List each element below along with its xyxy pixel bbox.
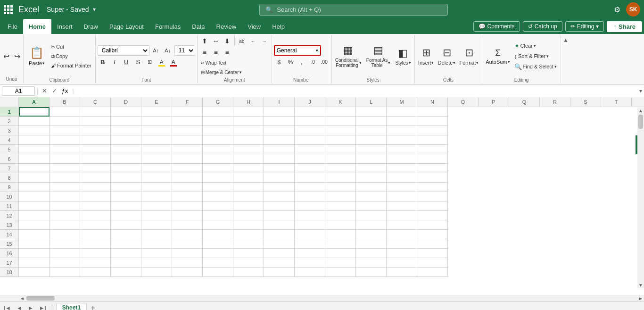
cell-G12[interactable]: [203, 211, 233, 220]
col-header-M[interactable]: M: [387, 97, 417, 107]
sheet-tab-sheet1[interactable]: Sheet1: [56, 303, 87, 310]
cell-J3[interactable]: [295, 126, 325, 135]
cell-K14[interactable]: [325, 230, 356, 239]
comma-button[interactable]: ,: [297, 57, 307, 67]
format-cells-button[interactable]: ⊡ Format ▾: [458, 43, 480, 69]
tab-view[interactable]: View: [242, 19, 266, 34]
cell-E4[interactable]: [141, 135, 172, 145]
row-number-1[interactable]: 1: [0, 107, 19, 117]
cell-G5[interactable]: [203, 145, 233, 154]
cell-L5[interactable]: [356, 145, 387, 154]
cell-B5[interactable]: [50, 145, 80, 154]
add-sheet-button[interactable]: +: [89, 304, 97, 310]
format-painter-button[interactable]: 🖌 Format Painter: [49, 61, 93, 70]
number-format-dropdown[interactable]: General ▾: [274, 45, 321, 56]
row-number-2[interactable]: 2: [0, 117, 19, 126]
cell-B7[interactable]: [50, 164, 80, 173]
cell-M14[interactable]: [387, 230, 417, 239]
formula-expand-icon[interactable]: ▾: [639, 88, 642, 94]
cell-F8[interactable]: [172, 173, 203, 183]
cell-H8[interactable]: [233, 173, 264, 183]
cell-E10[interactable]: [141, 192, 172, 201]
cell-H9[interactable]: [233, 183, 264, 192]
col-header-C[interactable]: C: [80, 97, 111, 107]
row-number-13[interactable]: 13: [0, 220, 19, 230]
cell-J7[interactable]: [295, 164, 325, 173]
cell-F4[interactable]: [172, 135, 203, 145]
col-header-E[interactable]: E: [141, 97, 172, 107]
cell-I5[interactable]: [264, 145, 295, 154]
cell-E5[interactable]: [141, 145, 172, 154]
tab-draw[interactable]: Draw: [78, 19, 104, 34]
cell-H15[interactable]: [233, 239, 264, 249]
cell-F15[interactable]: [172, 239, 203, 249]
col-header-A[interactable]: A: [19, 97, 50, 107]
cell-C11[interactable]: [80, 201, 111, 211]
cell-D5[interactable]: [111, 145, 141, 154]
cell-K10[interactable]: [325, 192, 356, 201]
cell-F1[interactable]: [172, 107, 203, 117]
col-header-Q[interactable]: Q: [509, 97, 540, 107]
decrease-font-button[interactable]: A↓: [163, 45, 173, 56]
cell-D3[interactable]: [111, 126, 141, 135]
cell-G4[interactable]: [203, 135, 233, 145]
row-number-5[interactable]: 5: [0, 145, 19, 154]
col-header-H[interactable]: H: [233, 97, 264, 107]
row-number-7[interactable]: 7: [0, 164, 19, 173]
conditional-formatting-button[interactable]: ▦ ConditionalFormatting ▾: [334, 43, 363, 69]
cell-F18[interactable]: [172, 268, 203, 277]
cell-M3[interactable]: [387, 126, 417, 135]
ribbon-collapse-button[interactable]: ▲: [562, 36, 570, 44]
cell-K3[interactable]: [325, 126, 356, 135]
cell-N6[interactable]: [417, 154, 448, 164]
cell-F17[interactable]: [172, 258, 203, 268]
cell-G11[interactable]: [203, 201, 233, 211]
cell-L7[interactable]: [356, 164, 387, 173]
cell-A2[interactable]: [19, 117, 50, 126]
font-size-select[interactable]: 11: [174, 45, 195, 56]
cut-button[interactable]: ✂ Cut: [49, 42, 93, 51]
cell-K8[interactable]: [325, 173, 356, 183]
cell-M4[interactable]: [387, 135, 417, 145]
cell-B2[interactable]: [50, 117, 80, 126]
align-right-button[interactable]: ≡: [222, 47, 232, 58]
cell-F5[interactable]: [172, 145, 203, 154]
cell-C12[interactable]: [80, 211, 111, 220]
row-number-14[interactable]: 14: [0, 230, 19, 239]
tab-home[interactable]: Home: [23, 19, 51, 34]
cell-A6[interactable]: [19, 154, 50, 164]
cell-N12[interactable]: [417, 211, 448, 220]
cell-C18[interactable]: [80, 268, 111, 277]
cell-I12[interactable]: [264, 211, 295, 220]
scroll-down-button[interactable]: ▼: [637, 282, 644, 288]
row-number-4[interactable]: 4: [0, 135, 19, 145]
cell-L11[interactable]: [356, 201, 387, 211]
insert-button[interactable]: ⊞ Insert ▾: [417, 43, 436, 69]
cell-N7[interactable]: [417, 164, 448, 173]
cell-E14[interactable]: [141, 230, 172, 239]
cell-A4[interactable]: [19, 135, 50, 145]
italic-button[interactable]: I: [109, 57, 120, 67]
align-bottom-button[interactable]: ⬇: [222, 36, 232, 46]
cell-A5[interactable]: [19, 145, 50, 154]
font-name-select[interactable]: Calibri: [98, 45, 149, 56]
cell-N11[interactable]: [417, 201, 448, 211]
cell-N1[interactable]: [417, 107, 448, 117]
cell-C8[interactable]: [80, 173, 111, 183]
cell-M10[interactable]: [387, 192, 417, 201]
cell-J11[interactable]: [295, 201, 325, 211]
tab-data[interactable]: Data: [186, 19, 210, 34]
horizontal-scrollbar[interactable]: ◄ ►: [0, 295, 644, 302]
tab-help[interactable]: Help: [266, 19, 290, 34]
cell-E13[interactable]: [141, 220, 172, 230]
cell-D12[interactable]: [111, 211, 141, 220]
cell-I9[interactable]: [264, 183, 295, 192]
confirm-formula-icon[interactable]: ✓: [50, 87, 58, 94]
cell-I8[interactable]: [264, 173, 295, 183]
cancel-formula-icon[interactable]: ✕: [41, 87, 49, 94]
waffle-icon[interactable]: [4, 5, 13, 14]
row-number-17[interactable]: 17: [0, 258, 19, 268]
col-header-D[interactable]: D: [111, 97, 141, 107]
cell-B16[interactable]: [50, 249, 80, 258]
cell-A12[interactable]: [19, 211, 50, 220]
